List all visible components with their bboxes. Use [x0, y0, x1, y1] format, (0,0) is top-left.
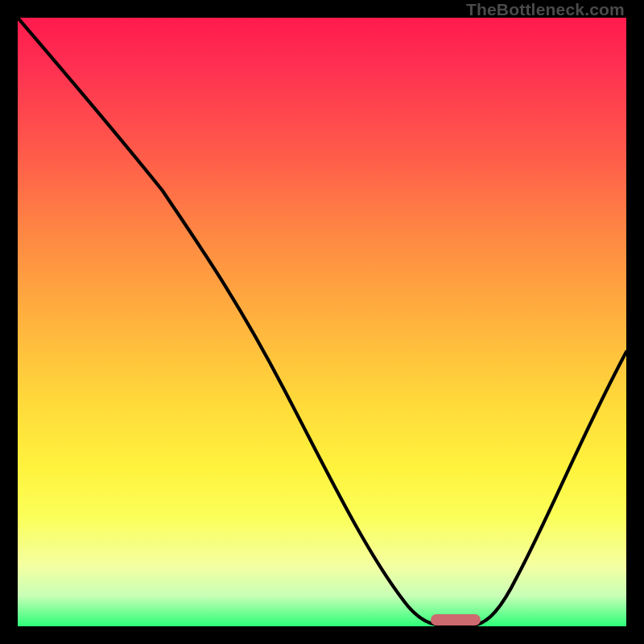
watermark-text: TheBottleneck.com: [466, 0, 625, 19]
chart-plot-area: [18, 18, 626, 626]
curve-path: [18, 18, 626, 625]
bottleneck-curve: [18, 18, 626, 626]
optimal-range-marker: [431, 614, 481, 625]
chart-frame: TheBottleneck.com: [0, 0, 644, 644]
